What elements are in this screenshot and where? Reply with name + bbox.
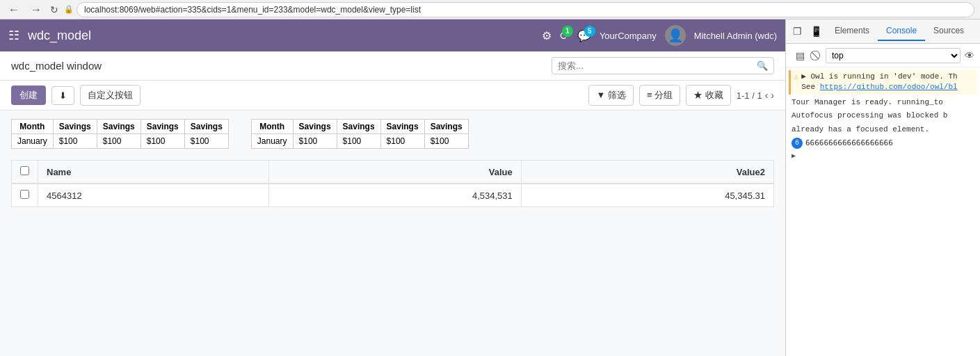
cell-month-b: January xyxy=(251,134,293,149)
inspect-icon-btn[interactable]: ❐ xyxy=(789,23,806,40)
devtools-console: ⚠ ▶ Owl is running in 'dev' mode. Th See… xyxy=(786,67,980,356)
custom-button[interactable]: 自定义按钮 xyxy=(80,85,140,106)
search-icon: 🔍 xyxy=(757,60,768,71)
cell-s3: $100 xyxy=(140,134,184,149)
col-savings4-1: Savings xyxy=(184,120,228,134)
top-nav: ☷ wdc_model ⚙ ⟳ 1 💬 5 YourCompany 👤 M xyxy=(0,19,785,51)
inline-tables-container: Month Savings Savings Savings Savings Ja… xyxy=(11,119,774,149)
console-log-autofocus: Autofocus processing was blocked b xyxy=(789,109,977,122)
select-all-header[interactable] xyxy=(12,161,38,184)
context-select[interactable]: top xyxy=(826,48,961,63)
tab-sources[interactable]: Sources xyxy=(925,22,972,41)
content-area: Month Savings Savings Savings Savings Ja… xyxy=(0,111,785,356)
bug-icon: ⚙ xyxy=(542,30,552,42)
cell-name[interactable]: 4564312 xyxy=(38,184,269,207)
company-name: YourCompany xyxy=(600,31,657,41)
console-warning-item: ⚠ ▶ Owl is running in 'dev' mode. Th See… xyxy=(789,70,977,95)
devtools-tabs: ❐ 📱 Elements Console Sources xyxy=(786,19,980,44)
prev-page-button[interactable]: ‹ xyxy=(765,90,769,101)
col-savings1-1: Savings xyxy=(53,120,97,134)
col-savings2-1: Savings xyxy=(97,120,140,134)
tab-console[interactable]: Console xyxy=(878,22,925,41)
toolbar: 创建 ⬇ 自定义按钮 ▼ 筛选 ≡ 分组 ★ 收藏 1-1 / 1 ‹ › xyxy=(0,81,785,111)
forward-button[interactable]: → xyxy=(28,3,45,16)
cell-value2[interactable]: 45,345.31 xyxy=(521,184,773,207)
cell-s1-b: $100 xyxy=(293,134,337,149)
cell-s2-b: $100 xyxy=(337,134,380,149)
warning-icon: ⚠ xyxy=(794,72,798,82)
search-input[interactable] xyxy=(558,60,757,71)
col-savings3-2: Savings xyxy=(380,120,424,134)
group-button[interactable]: ≡ 分组 xyxy=(639,85,680,106)
focused-log-text: already has a focused element. xyxy=(792,124,929,135)
col-savings2-2: Savings xyxy=(337,120,380,134)
app-area: ☷ wdc_model ⚙ ⟳ 1 💬 5 YourCompany 👤 M xyxy=(0,19,785,356)
inline-table-1: Month Savings Savings Savings Savings Ja… xyxy=(11,119,229,149)
cell-s1: $100 xyxy=(53,134,97,149)
cell-s3-b: $100 xyxy=(380,134,424,149)
url-bar[interactable] xyxy=(77,2,974,17)
grid-icon[interactable]: ☷ xyxy=(8,28,19,43)
col-header-value: Value xyxy=(268,161,521,184)
reload-button[interactable]: ↻ xyxy=(50,4,58,15)
col-savings1-2: Savings xyxy=(293,120,337,134)
list-table: Name Value Value2 4564312 4,534,531 45,3… xyxy=(11,160,774,207)
search-container: 🔍 xyxy=(552,57,774,74)
console-warning-text: ▶ Owl is running in 'dev' mode. Th See h… xyxy=(801,72,957,93)
export-button[interactable]: ⬇ xyxy=(51,86,74,105)
expand-icon[interactable]: ▶ xyxy=(792,152,796,160)
table-header-row: Name Value Value2 xyxy=(12,161,774,184)
browser-bar: ← → ↻ 🔒 xyxy=(0,0,980,19)
pagination-text: 1-1 / 1 xyxy=(737,90,762,101)
table-row: January $100 $100 $100 $100 xyxy=(251,134,468,149)
sub-header: wdc_model window 🔍 xyxy=(0,51,785,81)
no-entry-icon-btn[interactable]: ⃠ xyxy=(813,47,821,64)
favorites-button[interactable]: ★ 收藏 xyxy=(686,85,731,106)
console-expand-arrow[interactable]: ▶ xyxy=(789,150,977,161)
row-checkbox[interactable] xyxy=(20,190,29,199)
next-page-button[interactable]: › xyxy=(771,90,774,101)
log-value-text: 6666666666666666666 xyxy=(805,138,893,147)
devtools-panel: ❐ 📱 Elements Console Sources ▤ ⃠ top 👁 ⚠… xyxy=(785,19,980,356)
filter-button[interactable]: ▼ 筛选 xyxy=(588,85,633,106)
row-checkbox-cell[interactable] xyxy=(12,184,38,207)
eye-icon-btn[interactable]: 👁 xyxy=(965,50,974,61)
col-header-value2: Value2 xyxy=(521,161,773,184)
toolbar-right: ▼ 筛选 ≡ 分组 ★ 收藏 1-1 / 1 ‹ › xyxy=(588,85,774,106)
pagination: 1-1 / 1 ‹ › xyxy=(737,90,774,101)
app-title: wdc_model xyxy=(28,29,542,43)
updates-icon-btn[interactable]: ⟳ 1 xyxy=(560,29,569,42)
tab-elements[interactable]: Elements xyxy=(826,22,878,41)
table-row: 4564312 4,534,531 45,345.31 xyxy=(12,184,774,207)
select-all-checkbox[interactable] xyxy=(20,166,29,175)
settings-icon-btn[interactable]: ⚙ xyxy=(542,29,552,42)
cell-s2: $100 xyxy=(97,134,140,149)
messages-icon-btn[interactable]: 💬 5 xyxy=(577,29,591,42)
col-savings3-1: Savings xyxy=(140,120,184,134)
cell-s4-b: $100 xyxy=(424,134,468,149)
devtools-toolbar: ▤ ⃠ top 👁 xyxy=(786,44,980,67)
log-count-badge: 6 xyxy=(792,138,803,149)
col-savings4-2: Savings xyxy=(424,120,468,134)
avatar: 👤 xyxy=(665,25,686,46)
messages-badge: 5 xyxy=(584,26,595,37)
console-link[interactable]: https://github.com/odoo/owl/bl xyxy=(820,83,958,91)
table-row: January $100 $100 $100 $100 xyxy=(12,134,229,149)
cell-month: January xyxy=(12,134,54,149)
tour-log-text: Tour Manager is ready. running_to xyxy=(792,97,943,108)
cell-s4: $100 xyxy=(184,134,228,149)
main-content: ☷ wdc_model ⚙ ⟳ 1 💬 5 YourCompany 👤 M xyxy=(0,19,980,356)
user-name: Mitchell Admin (wdc) xyxy=(694,31,777,41)
cell-value[interactable]: 4,534,531 xyxy=(268,184,521,207)
autofocus-log-text: Autofocus processing was blocked b xyxy=(792,111,947,121)
inline-table-2: Month Savings Savings Savings Savings Ja… xyxy=(251,119,469,149)
col-month-1: Month xyxy=(12,120,54,134)
dock-left-icon-btn[interactable]: ▤ xyxy=(792,47,809,64)
back-button[interactable]: ← xyxy=(6,3,22,16)
create-button[interactable]: 创建 xyxy=(11,86,46,105)
updates-badge: 1 xyxy=(562,26,573,37)
nav-icons: ⚙ ⟳ 1 💬 5 YourCompany 👤 Mitchell Admin (… xyxy=(542,25,777,46)
console-log-focused: already has a focused element. xyxy=(789,123,977,136)
device-icon-btn[interactable]: 📱 xyxy=(806,23,826,40)
console-log-value: 6 6666666666666666666 xyxy=(789,136,977,150)
